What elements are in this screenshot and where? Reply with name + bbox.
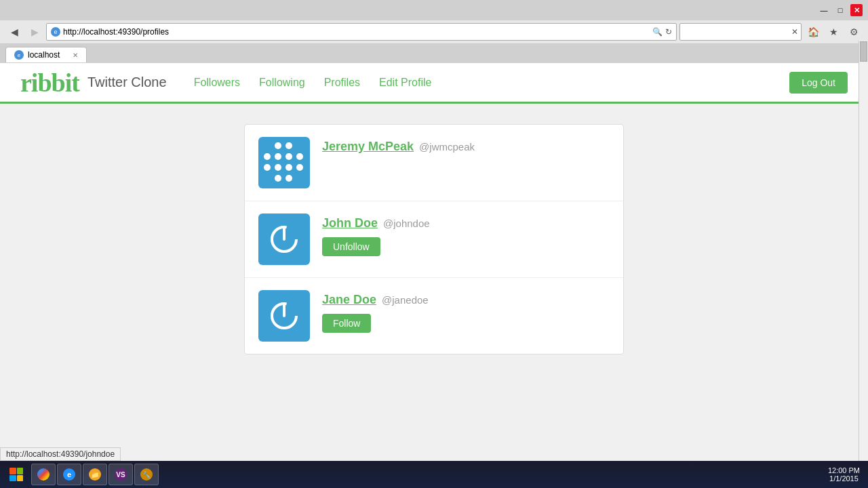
scrollbar[interactable] <box>859 41 868 461</box>
minimize-button[interactable]: — <box>818 4 830 16</box>
dot <box>264 175 271 182</box>
folder-icon: 📁 <box>89 468 101 481</box>
nav-edit-profile[interactable]: Edit Profile <box>379 77 431 89</box>
avatar-power-pattern <box>269 301 299 331</box>
dot <box>264 164 271 171</box>
search-bar-container: ✕ <box>679 23 802 41</box>
ie-icon: e <box>63 468 75 481</box>
dot <box>296 153 303 160</box>
clock-date: 1/1/2015 <box>828 474 860 483</box>
profile-name-row: John Doe @johndoe <box>322 216 430 230</box>
address-input[interactable] <box>63 27 650 37</box>
logo: ribbit <box>20 68 79 98</box>
browser-tab[interactable]: e localhost ✕ <box>5 47 87 62</box>
unfollow-button[interactable]: Unfollow <box>322 237 380 256</box>
windows-icon <box>9 468 23 481</box>
favorites-button[interactable]: ★ <box>825 23 842 41</box>
profile-row: John Doe @johndoe Unfollow <box>245 201 623 278</box>
avatar-power-pattern <box>269 224 299 254</box>
taskbar-tools[interactable]: 🔧 <box>134 464 159 485</box>
status-bar: http://localhost:49390/johndoe <box>0 447 121 461</box>
browser-tabs: e localhost ✕ <box>0 44 868 62</box>
search-button[interactable]: ✕ <box>791 27 798 37</box>
profile-row: Jeremy McPeak @jwmcpeak <box>245 125 623 201</box>
profile-info: Jeremy McPeak @jwmcpeak <box>322 137 475 154</box>
profile-name-row: Jane Doe @janedoe <box>322 293 429 307</box>
tab-title: localhost <box>28 50 60 60</box>
logout-button[interactable]: Log Out <box>789 72 848 94</box>
taskbar-chrome[interactable] <box>31 464 56 485</box>
profile-handle: @jwmcpeak <box>419 141 475 152</box>
browser-chrome: — □ ✕ ◀ ▶ e 🔍 ↻ ✕ 🏠 ★ ⚙ e localhost ✕ <box>0 0 868 63</box>
dot <box>285 153 292 160</box>
nav-links: Followers Following Profiles Edit Profil… <box>194 77 790 89</box>
dot <box>264 142 271 149</box>
taskbar-folder[interactable]: 📁 <box>83 464 107 485</box>
maximize-button[interactable]: □ <box>834 4 846 16</box>
taskbar-clock: 12:00 PM 1/1/2015 <box>823 466 865 483</box>
profiles-container: Jeremy McPeak @jwmcpeak John Doe @johndo… <box>244 124 624 354</box>
follow-button[interactable]: Follow <box>322 314 371 333</box>
back-button[interactable]: ◀ <box>5 23 23 41</box>
tab-favicon: e <box>14 50 24 60</box>
start-sq-2 <box>17 468 24 474</box>
profile-name[interactable]: John Doe <box>322 216 378 230</box>
address-search-button[interactable]: 🔍 <box>652 27 663 37</box>
forward-button[interactable]: ▶ <box>26 23 43 41</box>
clock-time: 12:00 PM <box>828 466 860 474</box>
start-button[interactable] <box>3 465 30 484</box>
taskbar: e 📁 VS 🔧 12:00 PM 1/1/2015 <box>0 461 868 488</box>
scrollbar-thumb[interactable] <box>860 41 867 62</box>
profile-info: John Doe @johndoe Unfollow <box>322 214 430 256</box>
nav-profiles[interactable]: Profiles <box>324 77 360 89</box>
dot <box>296 175 303 182</box>
profile-row: Jane Doe @janedoe Follow <box>245 278 623 354</box>
dot <box>264 153 271 160</box>
search-input[interactable] <box>683 27 790 37</box>
dot <box>285 142 292 149</box>
close-button[interactable]: ✕ <box>850 4 863 16</box>
settings-button[interactable]: ⚙ <box>845 23 863 41</box>
tab-close-button[interactable]: ✕ <box>73 52 78 59</box>
navbar: ribbit Twitter Clone Followers Following… <box>0 63 868 104</box>
taskbar-ie[interactable]: e <box>57 464 81 485</box>
home-button[interactable]: 🏠 <box>804 23 822 41</box>
chrome-icon <box>37 468 50 481</box>
start-sq-4 <box>17 475 24 482</box>
avatar <box>258 137 310 188</box>
title-bar: — □ ✕ <box>0 0 868 20</box>
power-icon <box>269 301 299 331</box>
power-icon <box>269 224 299 254</box>
profile-handle: @johndoe <box>383 218 430 229</box>
address-bar-container: e 🔍 ↻ <box>46 23 677 41</box>
dot <box>275 142 281 149</box>
avatar <box>258 214 310 265</box>
profile-handle: @janedoe <box>382 294 429 306</box>
nav-following[interactable]: Following <box>259 77 305 89</box>
dot <box>296 142 303 149</box>
taskbar-vs[interactable]: VS <box>108 464 133 485</box>
dot <box>275 175 281 182</box>
avatar <box>258 290 310 342</box>
nav-followers[interactable]: Followers <box>194 77 240 89</box>
site-title: Twitter Clone <box>87 75 167 90</box>
refresh-button[interactable]: ↻ <box>665 27 672 37</box>
profile-info: Jane Doe @janedoe Follow <box>322 290 429 333</box>
main-content: Jeremy McPeak @jwmcpeak John Doe @johndo… <box>0 104 868 375</box>
profile-name[interactable]: Jeremy McPeak <box>322 140 414 154</box>
dot <box>285 175 292 182</box>
tools-icon: 🔧 <box>140 468 153 481</box>
status-url: http://localhost:49390/johndoe <box>6 449 115 459</box>
dot <box>275 153 281 160</box>
dot <box>296 164 303 171</box>
vs-icon: VS <box>115 468 127 481</box>
profile-name-row: Jeremy McPeak @jwmcpeak <box>322 140 475 154</box>
dot <box>285 164 292 171</box>
profile-name[interactable]: Jane Doe <box>322 293 376 307</box>
address-icon: e <box>51 27 60 37</box>
start-sq-3 <box>9 475 16 482</box>
avatar-dots-pattern <box>258 137 310 188</box>
dot <box>275 164 281 171</box>
browser-toolbar: ◀ ▶ e 🔍 ↻ ✕ 🏠 ★ ⚙ <box>0 20 868 44</box>
start-sq-1 <box>9 468 16 474</box>
